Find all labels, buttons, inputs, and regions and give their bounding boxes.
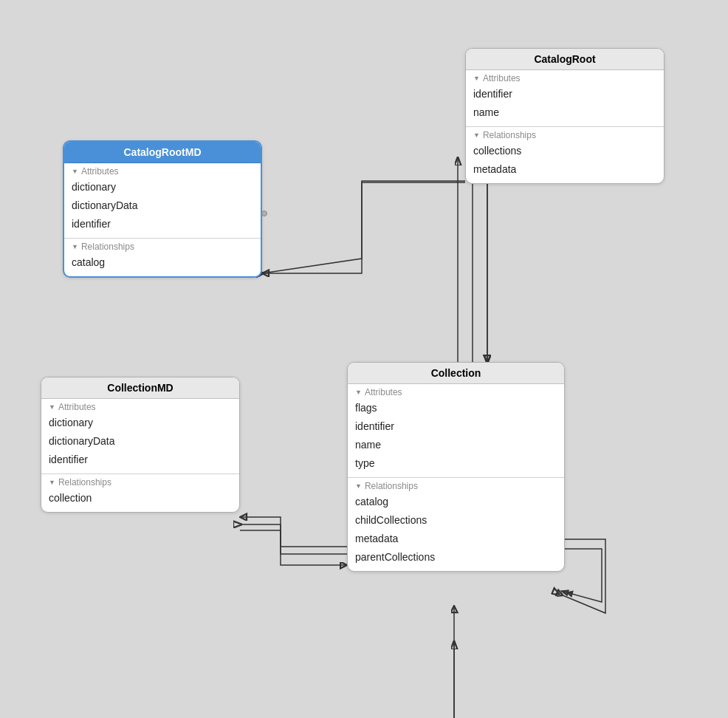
entity-title-catalogrootmd: CatalogRootMD (64, 142, 261, 163)
line-catalogroot-metadata-catalogrootmd (262, 182, 465, 273)
entity-collection[interactable]: Collection Attributes flags identifier n… (347, 362, 565, 572)
entity-title-catalogroot: CatalogRoot (466, 49, 664, 70)
field-childcollections: childCollections (348, 511, 564, 530)
relationships-header-collectionmd: Relationships (41, 474, 239, 489)
attributes-header-collectionmd: Attributes (41, 399, 239, 414)
field-dictionarydata-cmd: dictionaryData (41, 432, 239, 451)
relationships-header-catalogrootmd: Relationships (64, 239, 261, 253)
field-flags: flags (348, 399, 564, 417)
field-metadata-col: metadata (348, 530, 564, 548)
attributes-header-collection: Attributes (348, 384, 564, 399)
attributes-header-catalogroot: Attributes (466, 70, 664, 85)
field-identifier-col: identifier (348, 417, 564, 436)
connection-collection-self (561, 539, 605, 613)
field-identifier-cr: identifier (466, 85, 664, 103)
relationships-header-collection: Relationships (348, 478, 564, 493)
connection-collection-metadata-to-collectionmd (240, 524, 347, 547)
field-dictionary: dictionary (64, 178, 261, 196)
field-collection-cmd: collection (41, 489, 239, 507)
field-catalog-col: catalog (348, 493, 564, 511)
field-parentcollections: parentCollections (348, 548, 564, 567)
line-collection-selfloop (561, 549, 602, 602)
attributes-header-catalogrootmd: Attributes (64, 163, 261, 178)
line-collectionmd-to-collection (240, 530, 347, 565)
field-type-col: type (348, 454, 564, 473)
connection-catalogroot-metadata-to-catalogrootmd (262, 181, 465, 273)
relationships-header-catalogroot: Relationships (466, 127, 664, 142)
line-collection-metadata-collectionmd (240, 517, 347, 554)
field-dictionarydata: dictionaryData (64, 196, 261, 215)
field-dictionary-cmd: dictionary (41, 414, 239, 432)
field-name-cr: name (466, 103, 664, 122)
entity-title-collection: Collection (348, 363, 564, 384)
field-identifier-cmd: identifier (41, 451, 239, 469)
field-collections-cr: collections (466, 142, 664, 160)
entity-title-collectionmd: CollectionMD (41, 377, 239, 399)
entity-catalogroot[interactable]: CatalogRoot Attributes identifier name R… (465, 48, 665, 184)
field-identifier: identifier (64, 215, 261, 233)
field-catalog: catalog (64, 253, 261, 272)
entity-catalogrootmd[interactable]: CatalogRootMD Attributes dictionary dict… (63, 140, 262, 278)
entity-collectionmd[interactable]: CollectionMD Attributes dictionary dicti… (41, 377, 240, 513)
connector-dot-catalogrootmd-right (261, 211, 267, 216)
field-metadata-cr: metadata (466, 160, 664, 179)
field-name-col: name (348, 436, 564, 454)
